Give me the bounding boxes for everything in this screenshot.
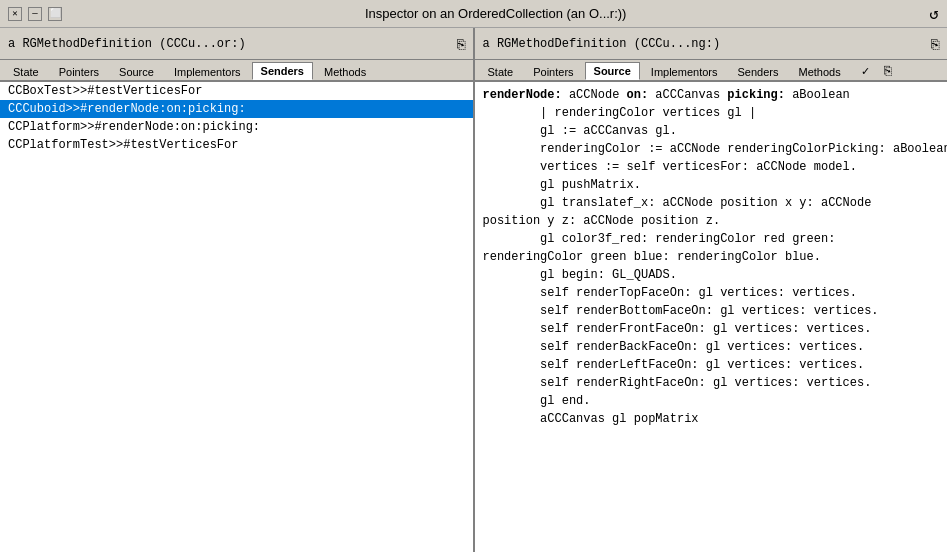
code-line: gl end.: [483, 392, 940, 410]
code-line: gl translatef_x: aCCNode position x y: a…: [483, 194, 940, 212]
left-tab-source[interactable]: Source: [110, 63, 163, 80]
left-panel-copy-button[interactable]: ⎘: [457, 36, 465, 52]
code-line: position y z: aCCNode position z.: [483, 212, 940, 230]
list-item[interactable]: CCPlatformTest>>#testVerticesFor: [0, 136, 473, 154]
window-controls[interactable]: ✕ ─ ⬜: [8, 7, 62, 21]
code-line: self renderRightFaceOn: gl vertices: ver…: [483, 374, 940, 392]
code-line: self renderBottomFaceOn: gl vertices: ve…: [483, 302, 940, 320]
right-tab-bar-copy[interactable]: ⎘: [881, 63, 895, 80]
minimize-button[interactable]: ─: [28, 7, 42, 21]
right-panel: a RGMethodDefinition (CCCu...ng:) ⎘ Stat…: [475, 28, 948, 552]
code-line: self renderBackFaceOn: gl vertices: vert…: [483, 338, 940, 356]
right-panel-header: a RGMethodDefinition (CCCu...ng:) ⎘: [475, 28, 948, 60]
left-panel: a RGMethodDefinition (CCCu...or:) ⎘ Stat…: [0, 28, 475, 552]
list-item[interactable]: CCPlatform>>#renderNode:on:picking:: [0, 118, 473, 136]
code-display: renderNode: aCCNode on: aCCCanvas pickin…: [475, 82, 948, 432]
code-line: | renderingColor vertices gl |: [483, 104, 940, 122]
right-panel-title: a RGMethodDefinition (CCCu...ng:): [483, 37, 721, 51]
code-line: aCCCanvas gl popMatrix: [483, 410, 940, 428]
window-title: Inspector on an OrderedCollection (an O.…: [62, 6, 929, 21]
list-item[interactable]: CCCuboid>>#renderNode:on:picking:: [0, 100, 473, 118]
left-tab-senders[interactable]: Senders: [252, 62, 313, 80]
list-item[interactable]: CCBoxTest>>#testVerticesFor: [0, 82, 473, 100]
code-line: self renderFrontFaceOn: gl vertices: ver…: [483, 320, 940, 338]
left-panel-content[interactable]: CCBoxTest>>#testVerticesForCCCuboid>>#re…: [0, 82, 473, 552]
code-line: gl pushMatrix.: [483, 176, 940, 194]
right-tab-source[interactable]: Source: [585, 62, 640, 80]
title-bar: ✕ ─ ⬜ Inspector on an OrderedCollection …: [0, 0, 947, 28]
left-tab-bar: StatePointersSourceImplementorsSendersMe…: [0, 60, 473, 82]
code-line: renderNode: aCCNode on: aCCCanvas pickin…: [483, 86, 940, 104]
right-panel-copy-button[interactable]: ⎘: [931, 36, 939, 52]
left-tab-pointers[interactable]: Pointers: [50, 63, 108, 80]
right-tab-bar: StatePointersSourceImplementorsSendersMe…: [475, 60, 948, 82]
left-panel-header: a RGMethodDefinition (CCCu...or:) ⎘: [0, 28, 473, 60]
left-tab-implementors[interactable]: Implementors: [165, 63, 250, 80]
right-tab-state[interactable]: State: [479, 63, 523, 80]
right-tab-pointers[interactable]: Pointers: [524, 63, 582, 80]
left-tab-methods[interactable]: Methods: [315, 63, 375, 80]
left-panel-title: a RGMethodDefinition (CCCu...or:): [8, 37, 246, 51]
left-tab-state[interactable]: State: [4, 63, 48, 80]
right-panel-content[interactable]: renderNode: aCCNode on: aCCCanvas pickin…: [475, 82, 948, 552]
code-line: renderingColor := aCCNode renderingColor…: [483, 140, 940, 158]
close-button[interactable]: ✕: [8, 7, 22, 21]
right-tab-[interactable]: ✓: [852, 62, 879, 80]
code-line: self renderLeftFaceOn: gl vertices: vert…: [483, 356, 940, 374]
right-tab-senders[interactable]: Senders: [728, 63, 787, 80]
code-line: vertices := self verticesFor: aCCNode mo…: [483, 158, 940, 176]
code-line: gl := aCCCanvas gl.: [483, 122, 940, 140]
right-tab-methods[interactable]: Methods: [789, 63, 849, 80]
code-line: gl color3f_red: renderingColor red green…: [483, 230, 940, 248]
maximize-button[interactable]: ⬜: [48, 7, 62, 21]
refresh-button[interactable]: ↺: [929, 4, 939, 24]
main-content: a RGMethodDefinition (CCCu...or:) ⎘ Stat…: [0, 28, 947, 552]
code-line: gl begin: GL_QUADS.: [483, 266, 940, 284]
code-line: self renderTopFaceOn: gl vertices: verti…: [483, 284, 940, 302]
right-tab-implementors[interactable]: Implementors: [642, 63, 727, 80]
code-line: renderingColor green blue: renderingColo…: [483, 248, 940, 266]
